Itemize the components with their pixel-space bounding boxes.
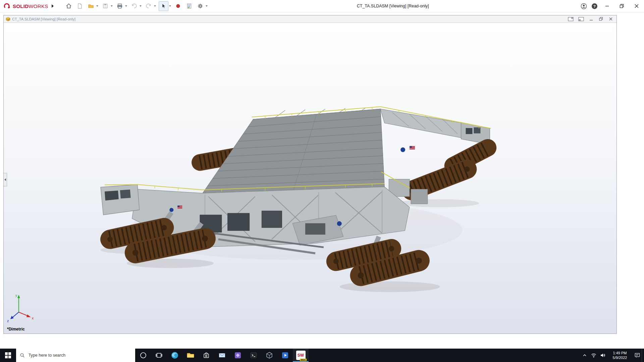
movies-icon [281,351,289,360]
start-button[interactable] [0,349,16,362]
options-button[interactable] [196,2,205,11]
solidworks-year-badge: 2021 [300,359,307,361]
action-center-button[interactable] [633,349,642,362]
solidworks-app-icon: SW 2021 [296,351,306,360]
help-button[interactable]: ? [589,0,600,12]
titlebar-controls: ? [578,0,644,12]
svg-text:z: z [7,319,9,323]
app-gem-button[interactable] [230,349,246,362]
store-button[interactable] [198,349,214,362]
edge-icon [170,351,179,360]
restore-button[interactable] [614,0,629,12]
viewport-split-icon[interactable] [578,17,584,21]
open-button[interactable] [87,2,96,11]
redo-icon [145,3,152,9]
minimize-icon [604,3,610,9]
record-button[interactable] [174,2,183,11]
3d-viewer-icon [265,351,274,360]
svg-text:?: ? [593,4,595,8]
redo-dropdown-caret-icon[interactable] [154,5,156,7]
doc-restore-icon[interactable] [598,17,604,21]
crawler-transporter-model[interactable]: .pl{stroke:#6e7477;stroke-width:1;} .yl{… [4,23,616,334]
mail-icon [218,351,226,360]
quick-toolbar [62,1,208,11]
print-icon [116,3,123,9]
titlebar: SOLIDWORKS [0,0,644,12]
minimize-button[interactable] [600,0,614,12]
3d-viewer-button[interactable] [261,349,277,362]
cortana-icon [139,351,147,359]
record-icon [175,3,181,9]
clock-date: 5/9/2022 [607,355,633,360]
windows-logo-icon [5,352,11,358]
edge-button[interactable] [167,349,182,362]
home-button[interactable] [64,2,73,11]
system-tray: 1:49 PM 5/9/2022 [580,349,644,362]
viewport-layout-icon[interactable] [568,17,574,21]
volume-button[interactable] [598,349,607,362]
task-view-button[interactable] [151,349,167,362]
solidworks-window: SOLIDWORKS [0,0,644,362]
save-dropdown-caret-icon[interactable] [111,5,113,7]
undo-button[interactable] [130,2,139,11]
terminal-button[interactable] [246,349,261,362]
brand-text: SOLIDWORKS [13,3,48,9]
reference-triad: y x z [7,293,34,323]
graphics-viewport[interactable]: .pl{stroke:#6e7477;stroke-width:1;} .yl{… [4,23,616,334]
taskbar-clock[interactable]: 1:49 PM 5/9/2022 [607,351,633,360]
mail-button[interactable] [214,349,230,362]
svg-text:y: y [15,293,17,297]
cortana-button[interactable] [135,349,151,362]
account-icon [580,3,587,10]
solidworks-taskbar-button[interactable]: SW 2021 [293,349,309,362]
task-view-icon [155,351,163,359]
open-dropdown-caret-icon[interactable] [96,5,98,7]
select-dropdown-caret-icon[interactable] [169,5,171,7]
redo-button[interactable] [144,2,153,11]
left-cab [101,184,140,215]
store-icon [202,351,211,360]
undo-dropdown-caret-icon[interactable] [140,5,142,7]
select-tool-button[interactable] [159,1,168,11]
properties-button[interactable] [185,2,194,11]
document-title: CT_TA.SLDASM [Viewing] [Read-only] [12,17,75,21]
print-button[interactable] [115,2,124,11]
doc-minimize-icon[interactable] [589,17,594,21]
mdi-workspace: CT_TA.SLDASM [Viewing] [Read-only] [0,12,644,349]
svg-text:x: x [32,316,34,320]
select-cursor-icon [160,3,167,9]
solidworks-logo-icon [3,3,11,9]
movies-button[interactable] [277,349,293,362]
new-document-icon [76,3,83,9]
speaker-icon [600,352,606,358]
featuremanager-collapse-tab[interactable] [4,173,7,186]
chevron-up-icon [582,353,587,358]
doc-close-icon[interactable] [608,17,613,21]
search-input[interactable] [28,353,131,358]
open-folder-icon [88,3,94,9]
assembly-document-icon [5,16,11,21]
close-button[interactable] [629,0,644,12]
save-button[interactable] [101,2,110,11]
search-icon [20,353,25,358]
save-icon [102,3,109,9]
account-button[interactable] [578,0,589,12]
show-desktop-button[interactable] [642,349,644,362]
options-dropdown-caret-icon[interactable] [206,5,208,7]
right-truss-and-cab [380,109,490,144]
action-center-icon [634,352,641,359]
taskbar-search[interactable] [16,349,135,362]
menu-expand-icon[interactable] [52,4,54,8]
view-orientation-label: *Dimetric [7,327,25,331]
tray-overflow-button[interactable] [580,349,589,362]
wifi-icon [591,352,597,358]
solidworks-logo: SOLIDWORKS [3,3,48,9]
document-window: CT_TA.SLDASM [Viewing] [Read-only] [3,15,617,334]
network-button[interactable] [589,349,598,362]
new-document-button[interactable] [75,2,85,11]
print-dropdown-caret-icon[interactable] [125,5,127,7]
restore-icon [619,3,625,9]
close-icon [633,3,640,9]
window-title: CT_TA.SLDASM [Viewing] [Read-only] [357,0,429,12]
file-explorer-button[interactable] [182,349,198,362]
